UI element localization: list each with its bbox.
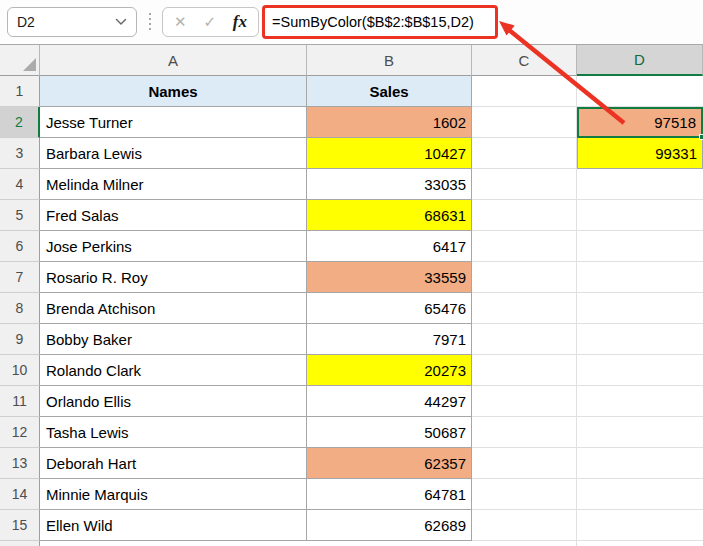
row-header[interactable]: 10 xyxy=(0,355,40,386)
sales-cell[interactable]: 20273 xyxy=(307,355,472,386)
row-header[interactable]: 3 xyxy=(0,138,40,169)
sales-cell[interactable]: 6417 xyxy=(307,231,472,262)
name-cell[interactable]: Fred Salas xyxy=(40,200,307,231)
row-header[interactable]: 15 xyxy=(0,510,40,541)
sales-cell[interactable]: 1602 xyxy=(307,107,472,138)
result-cell-d3[interactable]: 99331 xyxy=(577,138,703,169)
name-cell[interactable]: Rolando Clark xyxy=(40,355,307,386)
insert-function-button[interactable]: fx xyxy=(233,12,247,32)
sales-cell[interactable]: 10427 xyxy=(307,138,472,169)
row-header-partial xyxy=(0,541,40,546)
sales-cell[interactable]: 44297 xyxy=(307,386,472,417)
row-header[interactable]: 8 xyxy=(0,293,40,324)
sales-cell[interactable]: 64781 xyxy=(307,479,472,510)
column-header-c[interactable]: C xyxy=(472,45,577,76)
row-header[interactable]: 6 xyxy=(0,231,40,262)
row-header[interactable]: 9 xyxy=(0,324,40,355)
row-header[interactable]: 1 xyxy=(0,76,40,107)
formula-text: =SumByColor($B$2:$B$15,D2) xyxy=(272,14,474,30)
formula-bar-divider xyxy=(149,13,151,30)
row-header[interactable]: 13 xyxy=(0,448,40,479)
row-header[interactable]: 11 xyxy=(0,386,40,417)
sales-cell[interactable]: 50687 xyxy=(307,417,472,448)
chevron-down-icon xyxy=(115,18,127,26)
name-cell[interactable]: Jesse Turner xyxy=(40,107,307,138)
cancel-button[interactable]: ✕ xyxy=(174,13,187,31)
sales-cell[interactable]: 62689 xyxy=(307,510,472,541)
name-box[interactable]: D2 xyxy=(7,7,137,37)
column-header-a[interactable]: A xyxy=(40,45,307,76)
sales-column-title[interactable]: Sales xyxy=(307,76,472,107)
name-cell[interactable]: Minnie Marquis xyxy=(40,479,307,510)
sales-cell[interactable]: 62357 xyxy=(307,448,472,479)
name-cell[interactable]: Rosario R. Roy xyxy=(40,262,307,293)
row-header[interactable]: 2 xyxy=(0,107,40,138)
name-cell[interactable]: Barbara Lewis xyxy=(40,138,307,169)
fill-handle[interactable] xyxy=(699,134,703,140)
name-cell[interactable]: Jose Perkins xyxy=(40,231,307,262)
name-box-value: D2 xyxy=(17,14,115,30)
result-cell-d2[interactable]: 97518 xyxy=(577,107,703,138)
row-header[interactable]: 12 xyxy=(0,417,40,448)
sales-cell[interactable]: 33559 xyxy=(307,262,472,293)
select-all-corner[interactable] xyxy=(0,45,40,76)
column-header-b[interactable]: B xyxy=(307,45,472,76)
row-header[interactable]: 4 xyxy=(0,169,40,200)
name-cell[interactable]: Brenda Atchison xyxy=(40,293,307,324)
name-cell[interactable]: Ellen Wild xyxy=(40,510,307,541)
row-header[interactable]: 7 xyxy=(0,262,40,293)
row-header[interactable]: 14 xyxy=(0,479,40,510)
sales-cell[interactable]: 68631 xyxy=(307,200,472,231)
name-cell[interactable]: Melinda Milner xyxy=(40,169,307,200)
sales-cell[interactable]: 7971 xyxy=(307,324,472,355)
name-cell[interactable]: Tasha Lewis xyxy=(40,417,307,448)
spreadsheet-grid: A B C D 1 Names Sales 2 Jesse Turner 160… xyxy=(0,45,703,546)
sales-cell[interactable]: 65476 xyxy=(307,293,472,324)
names-column-title[interactable]: Names xyxy=(40,76,307,107)
enter-button[interactable]: ✓ xyxy=(203,13,216,31)
name-cell[interactable]: Bobby Baker xyxy=(40,324,307,355)
row-header[interactable]: 5 xyxy=(0,200,40,231)
formula-input[interactable]: =SumByColor($B$2:$B$15,D2) xyxy=(262,5,498,39)
formula-button-group: ✕ ✓ fx xyxy=(162,7,259,37)
name-cell[interactable]: Deborah Hart xyxy=(40,448,307,479)
select-all-triangle-icon xyxy=(23,58,36,71)
sales-cell[interactable]: 33035 xyxy=(307,169,472,200)
formula-bar: D2 ✕ ✓ fx =SumByColor($B$2:$B$15,D2) xyxy=(0,0,703,45)
name-cell[interactable]: Orlando Ellis xyxy=(40,386,307,417)
column-header-d[interactable]: D xyxy=(577,45,703,76)
